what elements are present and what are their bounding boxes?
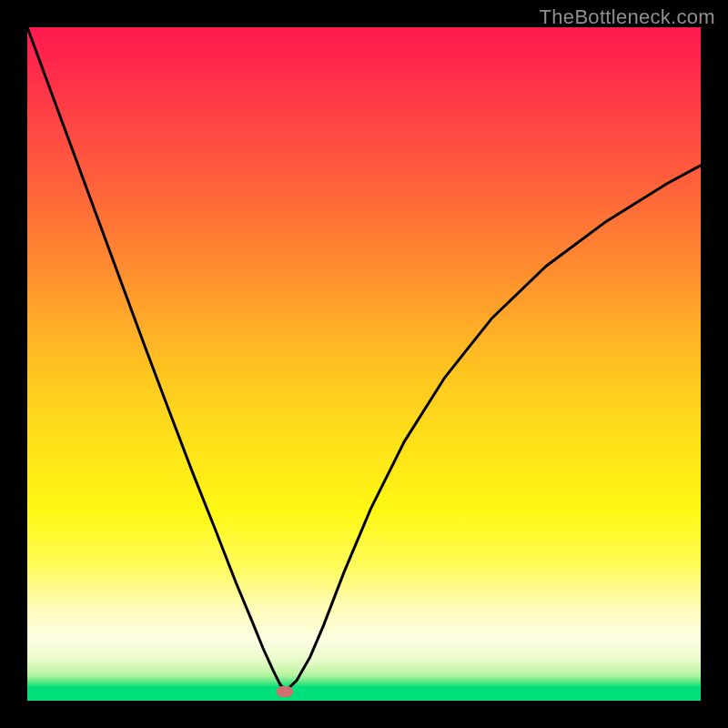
plot-area <box>27 27 701 701</box>
minimum-marker <box>277 686 293 697</box>
chart-frame: TheBottleneck.com <box>0 0 728 728</box>
curve-path <box>27 27 701 692</box>
bottleneck-curve <box>27 27 701 701</box>
watermark-text: TheBottleneck.com <box>540 5 715 29</box>
